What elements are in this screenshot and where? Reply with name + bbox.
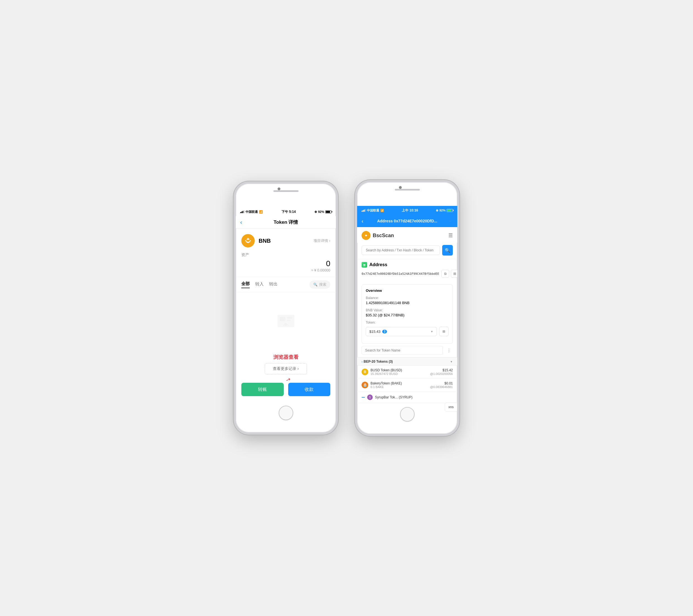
battery-pct-2: 92% [439, 209, 446, 212]
bnb-value-row: BNB Value: $35.32 (@ $24.77/BNB) [366, 308, 449, 317]
token-list-item-syrup[interactable]: S SyrupBar Tok... (SYRUP) xns [357, 392, 457, 403]
home-button-1[interactable] [279, 406, 293, 420]
asset-label: 资产 [241, 253, 330, 258]
token-name: BNB [259, 238, 271, 244]
signal-icon-2 [361, 209, 366, 212]
front-camera [278, 187, 280, 190]
bake-amount: 0.1 BAKE [371, 385, 402, 389]
battery-icon-1 [325, 210, 332, 214]
phone-2: 中国联通 📶 上午 10:16 ⊕ 92% ‹ Address 0x77d24E… [355, 180, 459, 436]
location-icon-2: ⊕ [436, 209, 438, 212]
back-button-2[interactable]: ‹ [361, 218, 363, 224]
address-badge [361, 262, 367, 267]
wifi-icon: 📶 [259, 210, 263, 214]
token-list-item-bake[interactable]: 🧁 BakeryToken (BAKE) 0.1 BAKE $0.01 @0.0… [357, 379, 457, 392]
phone-1-top [236, 183, 336, 207]
tab-all[interactable]: 全部 [241, 281, 250, 288]
search-icon-1: 🔍 [313, 283, 317, 286]
syrup-icon: S [367, 395, 373, 400]
status-right-2: ⊕ 92% [436, 209, 453, 212]
token-search-input[interactable] [361, 346, 443, 355]
svg-rect-10 [363, 265, 365, 266]
svg-rect-2 [287, 317, 292, 319]
token-value: $15.43 [369, 330, 380, 334]
bake-name: BakeryToken (BAKE) [371, 381, 402, 385]
busd-amount: 15.39267472 BUSD [371, 372, 402, 376]
bnb-value-label: BNB Value: [366, 308, 449, 312]
token-count-badge: 3 [382, 330, 387, 333]
svg-point-8 [363, 264, 364, 265]
back-button-1[interactable]: ‹ [240, 219, 242, 225]
phone-2-bottom [357, 403, 457, 425]
tabs-row: 全部 转入 转出 🔍 搜索 [236, 277, 336, 292]
global-search-button[interactable]: 🔍 [442, 245, 453, 256]
front-camera-2 [399, 186, 402, 189]
busd-rate: @1.0020200056 [430, 372, 453, 376]
wifi-icon-2: 📶 [380, 209, 384, 212]
time-label-2: 上午 10:16 [402, 208, 418, 213]
search-box-1[interactable]: 🔍 搜索 [310, 280, 330, 289]
token-row: Token: $15.43 3 ▼ ⊞ [366, 321, 449, 336]
txns-overlay: xns [445, 402, 457, 412]
syrup-dash [361, 397, 365, 398]
token-list-item-busd[interactable]: B BUSD Token (BUSD) 15.39267472 BUSD $15… [357, 365, 457, 379]
svg-point-9 [364, 264, 365, 265]
phone-1: 中国联通 📶 下午 5:14 ⊕ 92% ‹ Token 详情 BNB [234, 181, 338, 435]
bake-icon: 🧁 [361, 382, 368, 389]
bake-value: $0.01 [430, 381, 453, 385]
search-label-1: 搜索 [319, 282, 326, 287]
hamburger-menu[interactable]: ☰ [448, 232, 453, 239]
dots-menu[interactable]: ⋮ [445, 346, 453, 354]
bep20-header: › BEP-20 Tokens (3) ▼ [357, 357, 457, 365]
busd-info: BUSD Token (BUSD) 15.39267472 BUSD [371, 368, 402, 376]
search-bar-row: 🔍 [357, 243, 457, 259]
token-icon-row: BNB 项目详情 › [236, 228, 336, 250]
phone-2-top [357, 182, 457, 206]
home-button-2[interactable] [400, 407, 415, 421]
token-dropdown[interactable]: $15.43 3 ▼ [366, 327, 437, 336]
battery-icon-2 [447, 209, 453, 212]
token-search-row: ⋮ [361, 346, 453, 355]
bake-info: BakeryToken (BAKE) 0.1 BAKE [371, 381, 402, 389]
page-title-2: Address 0x77d24E7e00020DfD... [377, 219, 437, 223]
global-search-input[interactable] [361, 245, 440, 255]
token-dropdown-row: $15.43 3 ▼ ⊞ [366, 327, 449, 336]
browser-annotation: 浏览器查看 [273, 354, 298, 360]
asset-section: 资产 0 ≈ ¥ 0.00000 [236, 250, 336, 277]
svg-rect-3 [287, 320, 291, 321]
qr-address-button[interactable]: ⊞ [451, 270, 459, 278]
bscscan-header: BscScan ☰ [357, 227, 457, 243]
asset-cny: ≈ ¥ 0.00000 [241, 268, 330, 272]
expand-button[interactable]: ⊞ [439, 327, 449, 336]
tab-in[interactable]: 转入 [255, 281, 264, 288]
address-heading: Address [369, 262, 387, 267]
busd-value: $15.42 [430, 368, 453, 372]
tab-out[interactable]: 转出 [269, 281, 278, 288]
carrier-label: 中国联通 [245, 210, 258, 214]
token-list-left-bake: 🧁 BakeryToken (BAKE) 0.1 BAKE [361, 381, 402, 389]
location-icon: ⊕ [314, 210, 317, 214]
project-detail-link[interactable]: 项目详情 › [314, 238, 330, 243]
bscscan-logo: BscScan [361, 231, 394, 240]
copy-address-button[interactable]: ⧉ [441, 270, 449, 278]
balance-value: 1.4258891081491148 BNB [366, 301, 449, 305]
asset-amount: 0 [241, 259, 330, 268]
bscscan-title: BscScan [373, 233, 394, 239]
bnb-value: $35.32 (@ $24.77/BNB) [366, 313, 449, 317]
status-left-2: 中国联通 📶 [361, 208, 384, 213]
status-bar-2: 中国联通 📶 上午 10:16 ⊕ 92% [357, 206, 457, 215]
transfer-button[interactable]: 转账 [241, 383, 284, 396]
more-button-2[interactable]: ··· [449, 220, 453, 222]
nav-header-1: ‹ Token 详情 [236, 216, 336, 228]
address-section: Address 0x77d24E7e00020DfDb51a524A1F99C4… [357, 259, 457, 282]
status-bar-1: 中国联通 📶 下午 5:14 ⊕ 92% [236, 207, 336, 216]
bep20-chevron-icon: › [361, 360, 362, 363]
balance-label: Balance: [366, 296, 449, 300]
view-more-button[interactable]: 查看更多记录 › [265, 363, 307, 374]
empty-state [236, 292, 336, 348]
receive-button[interactable]: 收款 [288, 383, 331, 396]
status-right-1: ⊕ 92% [314, 210, 332, 214]
overview-card: Overview Balance: 1.4258891081491148 BNB… [361, 284, 453, 344]
token-label: Token: [366, 321, 449, 324]
address-string-row: 0x77d24E7e00020DfDb51a524A1F99C447Bf5bbd… [361, 270, 453, 278]
